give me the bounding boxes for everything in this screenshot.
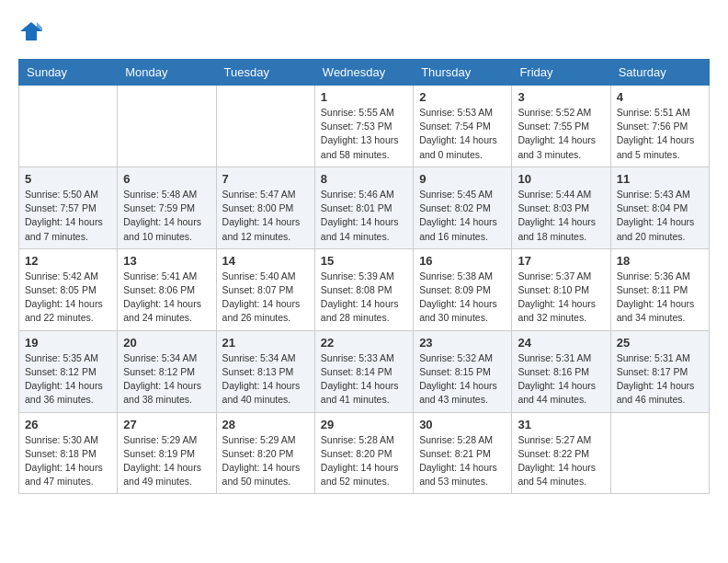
day-number: 17 xyxy=(518,254,604,268)
logo-icon xyxy=(18,18,44,44)
day-number: 14 xyxy=(222,254,309,268)
calendar-cell: 8Sunrise: 5:46 AM Sunset: 8:01 PM Daylig… xyxy=(314,167,413,248)
calendar-cell: 6Sunrise: 5:48 AM Sunset: 7:59 PM Daylig… xyxy=(118,167,216,248)
calendar-cell: 2Sunrise: 5:53 AM Sunset: 7:54 PM Daylig… xyxy=(414,86,512,167)
day-info: Sunrise: 5:46 AM Sunset: 8:01 PM Dayligh… xyxy=(321,188,407,244)
day-info: Sunrise: 5:38 AM Sunset: 8:09 PM Dayligh… xyxy=(419,270,506,326)
day-number: 8 xyxy=(321,172,407,186)
calendar-cell: 15Sunrise: 5:39 AM Sunset: 8:08 PM Dayli… xyxy=(314,248,413,330)
weekday-header: Monday xyxy=(118,60,216,86)
calendar-cell xyxy=(610,412,709,494)
weekday-header: Friday xyxy=(512,60,610,86)
weekday-header: Thursday xyxy=(414,60,512,86)
day-number: 29 xyxy=(321,418,407,431)
day-info: Sunrise: 5:41 AM Sunset: 8:06 PM Dayligh… xyxy=(123,270,210,326)
calendar-cell: 22Sunrise: 5:33 AM Sunset: 8:14 PM Dayli… xyxy=(314,330,413,412)
day-info: Sunrise: 5:55 AM Sunset: 7:53 PM Dayligh… xyxy=(321,106,407,162)
day-info: Sunrise: 5:45 AM Sunset: 8:02 PM Dayligh… xyxy=(419,188,506,244)
calendar-cell: 9Sunrise: 5:45 AM Sunset: 8:02 PM Daylig… xyxy=(414,167,512,248)
weekday-header: Sunday xyxy=(19,60,118,86)
calendar-cell: 13Sunrise: 5:41 AM Sunset: 8:06 PM Dayli… xyxy=(118,248,216,330)
day-info: Sunrise: 5:35 AM Sunset: 8:12 PM Dayligh… xyxy=(25,351,111,408)
day-info: Sunrise: 5:32 AM Sunset: 8:15 PM Dayligh… xyxy=(419,351,506,408)
day-number: 9 xyxy=(419,172,506,186)
calendar-cell: 17Sunrise: 5:37 AM Sunset: 8:10 PM Dayli… xyxy=(512,248,610,330)
calendar-table: SundayMondayTuesdayWednesdayThursdayFrid… xyxy=(18,59,710,494)
weekday-header: Wednesday xyxy=(314,60,413,86)
calendar-cell: 20Sunrise: 5:34 AM Sunset: 8:12 PM Dayli… xyxy=(118,330,216,412)
day-number: 15 xyxy=(321,254,407,268)
calendar-cell: 10Sunrise: 5:44 AM Sunset: 8:03 PM Dayli… xyxy=(512,167,610,248)
calendar-week-row: 26Sunrise: 5:30 AM Sunset: 8:18 PM Dayli… xyxy=(19,412,710,494)
calendar-cell: 25Sunrise: 5:31 AM Sunset: 8:17 PM Dayli… xyxy=(610,330,709,412)
day-info: Sunrise: 5:29 AM Sunset: 8:19 PM Dayligh… xyxy=(123,433,210,489)
calendar-cell: 18Sunrise: 5:36 AM Sunset: 8:11 PM Dayli… xyxy=(610,248,709,330)
day-info: Sunrise: 5:29 AM Sunset: 8:20 PM Dayligh… xyxy=(222,433,309,489)
calendar-cell: 4Sunrise: 5:51 AM Sunset: 7:56 PM Daylig… xyxy=(610,86,709,167)
svg-marker-1 xyxy=(37,22,42,31)
calendar-cell: 30Sunrise: 5:28 AM Sunset: 8:21 PM Dayli… xyxy=(414,412,512,494)
calendar-cell: 7Sunrise: 5:47 AM Sunset: 8:00 PM Daylig… xyxy=(216,167,314,248)
calendar-week-row: 5Sunrise: 5:50 AM Sunset: 7:57 PM Daylig… xyxy=(19,167,710,248)
day-info: Sunrise: 5:36 AM Sunset: 8:11 PM Dayligh… xyxy=(617,270,703,326)
day-info: Sunrise: 5:28 AM Sunset: 8:21 PM Dayligh… xyxy=(419,433,506,489)
day-number: 26 xyxy=(25,418,111,431)
day-number: 20 xyxy=(123,336,210,350)
day-info: Sunrise: 5:50 AM Sunset: 7:57 PM Dayligh… xyxy=(25,188,111,244)
day-number: 10 xyxy=(518,172,604,186)
day-info: Sunrise: 5:43 AM Sunset: 8:04 PM Dayligh… xyxy=(617,188,703,244)
day-info: Sunrise: 5:34 AM Sunset: 8:12 PM Dayligh… xyxy=(123,351,210,408)
day-number: 7 xyxy=(222,172,309,186)
calendar-week-row: 1Sunrise: 5:55 AM Sunset: 7:53 PM Daylig… xyxy=(19,86,710,167)
calendar-cell: 29Sunrise: 5:28 AM Sunset: 8:20 PM Dayli… xyxy=(314,412,413,494)
calendar-cell xyxy=(216,86,314,167)
day-number: 19 xyxy=(25,336,111,350)
day-info: Sunrise: 5:34 AM Sunset: 8:13 PM Dayligh… xyxy=(222,351,309,408)
calendar-cell: 11Sunrise: 5:43 AM Sunset: 8:04 PM Dayli… xyxy=(610,167,709,248)
day-number: 28 xyxy=(222,418,309,431)
calendar-cell: 5Sunrise: 5:50 AM Sunset: 7:57 PM Daylig… xyxy=(19,167,118,248)
day-number: 1 xyxy=(321,90,407,104)
day-info: Sunrise: 5:37 AM Sunset: 8:10 PM Dayligh… xyxy=(518,270,604,326)
calendar-week-row: 12Sunrise: 5:42 AM Sunset: 8:05 PM Dayli… xyxy=(19,248,710,330)
day-info: Sunrise: 5:40 AM Sunset: 8:07 PM Dayligh… xyxy=(222,270,309,326)
calendar-cell: 27Sunrise: 5:29 AM Sunset: 8:19 PM Dayli… xyxy=(118,412,216,494)
calendar-week-row: 19Sunrise: 5:35 AM Sunset: 8:12 PM Dayli… xyxy=(19,330,710,412)
calendar-cell: 26Sunrise: 5:30 AM Sunset: 8:18 PM Dayli… xyxy=(19,412,118,494)
day-info: Sunrise: 5:28 AM Sunset: 8:20 PM Dayligh… xyxy=(321,433,407,489)
calendar-cell: 12Sunrise: 5:42 AM Sunset: 8:05 PM Dayli… xyxy=(19,248,118,330)
calendar-cell: 19Sunrise: 5:35 AM Sunset: 8:12 PM Dayli… xyxy=(19,330,118,412)
day-info: Sunrise: 5:27 AM Sunset: 8:22 PM Dayligh… xyxy=(518,433,604,489)
day-number: 21 xyxy=(222,336,309,350)
calendar-header-row: SundayMondayTuesdayWednesdayThursdayFrid… xyxy=(19,60,710,86)
day-number: 23 xyxy=(419,336,506,350)
calendar-cell xyxy=(118,86,216,167)
day-number: 6 xyxy=(123,172,210,186)
day-info: Sunrise: 5:53 AM Sunset: 7:54 PM Dayligh… xyxy=(419,106,506,162)
day-number: 25 xyxy=(617,336,703,350)
day-info: Sunrise: 5:48 AM Sunset: 7:59 PM Dayligh… xyxy=(123,188,210,244)
page-header xyxy=(18,18,710,44)
day-info: Sunrise: 5:44 AM Sunset: 8:03 PM Dayligh… xyxy=(518,188,604,244)
calendar-cell: 3Sunrise: 5:52 AM Sunset: 7:55 PM Daylig… xyxy=(512,86,610,167)
calendar-cell: 24Sunrise: 5:31 AM Sunset: 8:16 PM Dayli… xyxy=(512,330,610,412)
day-info: Sunrise: 5:30 AM Sunset: 8:18 PM Dayligh… xyxy=(25,433,111,489)
day-info: Sunrise: 5:47 AM Sunset: 8:00 PM Dayligh… xyxy=(222,188,309,244)
day-number: 24 xyxy=(518,336,604,350)
calendar-cell: 1Sunrise: 5:55 AM Sunset: 7:53 PM Daylig… xyxy=(314,86,413,167)
day-info: Sunrise: 5:31 AM Sunset: 8:17 PM Dayligh… xyxy=(617,351,703,408)
day-number: 31 xyxy=(518,418,604,431)
day-number: 22 xyxy=(321,336,407,350)
calendar-cell: 21Sunrise: 5:34 AM Sunset: 8:13 PM Dayli… xyxy=(216,330,314,412)
calendar-cell: 31Sunrise: 5:27 AM Sunset: 8:22 PM Dayli… xyxy=(512,412,610,494)
calendar-cell: 16Sunrise: 5:38 AM Sunset: 8:09 PM Dayli… xyxy=(414,248,512,330)
calendar-cell xyxy=(19,86,118,167)
calendar-cell: 23Sunrise: 5:32 AM Sunset: 8:15 PM Dayli… xyxy=(414,330,512,412)
day-info: Sunrise: 5:33 AM Sunset: 8:14 PM Dayligh… xyxy=(321,351,407,408)
day-number: 2 xyxy=(419,90,506,104)
day-number: 27 xyxy=(123,418,210,431)
day-info: Sunrise: 5:31 AM Sunset: 8:16 PM Dayligh… xyxy=(518,351,604,408)
day-number: 18 xyxy=(617,254,703,268)
day-number: 30 xyxy=(419,418,506,431)
day-number: 11 xyxy=(617,172,703,186)
